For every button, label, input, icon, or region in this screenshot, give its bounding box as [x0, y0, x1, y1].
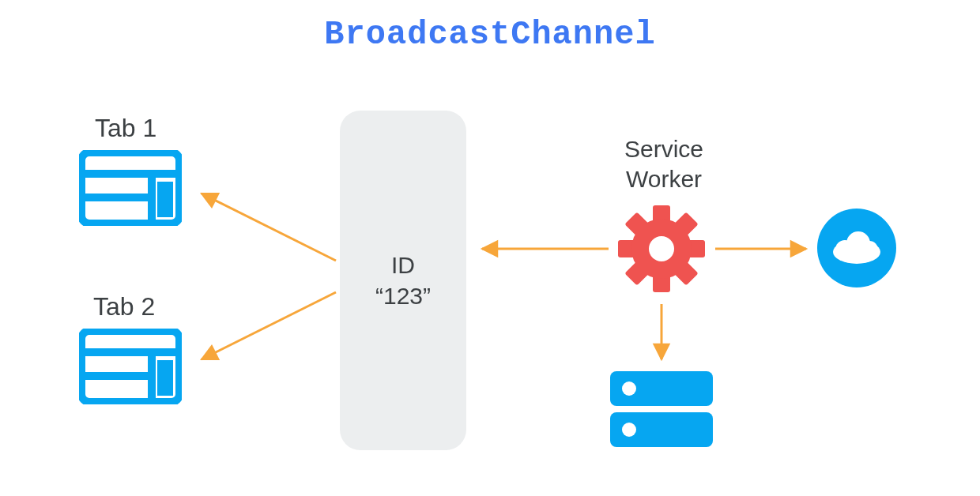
- page-title: BroadcastChannel: [0, 16, 980, 54]
- server-icon: [610, 371, 713, 447]
- svg-point-26: [622, 381, 636, 396]
- svg-line-30: [202, 292, 336, 359]
- svg-rect-9: [157, 360, 173, 396]
- gear-icon: [618, 205, 705, 292]
- svg-point-24: [861, 241, 878, 258]
- window-icon: [79, 329, 182, 404]
- service-worker-label: Service Worker: [609, 134, 719, 194]
- service-worker-line2: Worker: [626, 166, 702, 192]
- diagram-stage: BroadcastChannel Tab 1 Tab 2 ID “123” Se…: [0, 0, 980, 496]
- channel-id-label: ID: [391, 250, 415, 280]
- tab2-label: Tab 2: [93, 292, 155, 321]
- svg-line-29: [202, 194, 336, 261]
- svg-point-28: [622, 423, 636, 437]
- svg-point-19: [649, 236, 674, 261]
- broadcast-channel: ID “123”: [340, 111, 466, 450]
- svg-rect-4: [157, 182, 173, 217]
- channel-id-value: “123”: [375, 280, 431, 311]
- service-worker-line1: Service: [624, 136, 703, 162]
- window-icon: [79, 150, 182, 226]
- cloud-icon: [817, 209, 896, 287]
- tab1-label: Tab 1: [95, 114, 156, 143]
